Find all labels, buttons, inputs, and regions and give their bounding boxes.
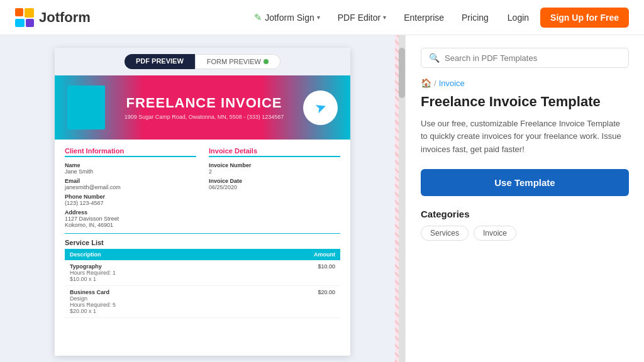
pdf-container: PDF PREVIEW FORM PREVIEW FREELANCE INVOI…	[55, 48, 350, 356]
phone-value: (123) 123-4567	[65, 200, 196, 206]
template-description: Use our free, customizable Freelance Inv…	[421, 118, 629, 156]
email-label: Email	[65, 178, 196, 184]
inv-number-label: Invoice Number	[209, 162, 340, 168]
breadcrumb-home[interactable]: 🏠	[421, 78, 431, 88]
inv-date-label: Invoice Date	[209, 178, 340, 184]
category-tag-services[interactable]: Services	[421, 226, 469, 241]
name-label: Name	[65, 162, 196, 168]
breadcrumb-current[interactable]: Invoice	[439, 79, 465, 88]
address-line1: 1127 Davisson Street	[65, 216, 196, 222]
invoice-details-title: Invoice Details	[209, 147, 340, 157]
service-row-1: Typography Hours Required: 1 $10.00 x 1 …	[65, 260, 340, 286]
client-info-title: Client Information	[65, 147, 196, 157]
chevron-down-icon: ▾	[383, 14, 386, 21]
address-label: Address	[65, 209, 196, 216]
sign-icon: ✎	[254, 12, 262, 23]
service-table: Description Amount Typography Hours Requ…	[65, 249, 340, 318]
paper-plane-icon: ➤	[313, 98, 329, 118]
use-template-button[interactable]: Use Template	[421, 169, 629, 196]
search-icon: 🔍	[429, 53, 440, 63]
tab-form-preview[interactable]: FORM PREVIEW	[195, 54, 280, 69]
main-content: PDF PREVIEW FORM PREVIEW FREELANCE INVOI…	[0, 35, 644, 362]
inv-date-value: 06/25/2020	[209, 184, 340, 190]
service-2-amount: $20.00	[241, 286, 340, 318]
divider	[65, 233, 340, 234]
name-value: Jane Smith	[65, 168, 196, 175]
category-tags: Services Invoice	[421, 226, 629, 241]
breadcrumb-separator: /	[434, 79, 436, 88]
service-1-desc: Typography Hours Required: 1 $10.00 x 1	[65, 260, 241, 286]
logo[interactable]: Jotform	[15, 8, 91, 27]
search-input[interactable]	[445, 53, 621, 63]
invoice-title-area: FREELANCE INVOICE 1909 Sugar Camp Road, …	[105, 95, 303, 120]
scroll-bar[interactable]	[399, 35, 405, 362]
invoice-details-col: Invoice Number 2 Invoice Date 06/25/2020	[209, 162, 340, 228]
form-preview-dot	[264, 59, 269, 64]
invoice-header: FREELANCE INVOICE 1909 Sugar Camp Road, …	[55, 75, 350, 140]
invoice-body: Client Information Invoice Details Name …	[55, 140, 350, 326]
invoice-title: FREELANCE INVOICE	[105, 95, 303, 111]
cyan-block	[67, 85, 105, 129]
breadcrumb: 🏠 / Invoice	[421, 78, 629, 88]
info-grid: Name Jane Smith Email janesmith@email.co…	[65, 162, 340, 228]
section-headers: Client Information Invoice Details	[65, 147, 340, 157]
tab-pdf-preview[interactable]: PDF PREVIEW	[125, 54, 195, 69]
service-1-amount: $10.00	[241, 260, 340, 286]
inv-number-value: 2	[209, 168, 340, 175]
nav-login[interactable]: Login	[499, 9, 538, 26]
template-title: Freelance Invoice Template	[421, 93, 629, 111]
main-nav: ✎ Jotform Sign ▾ PDF Editor ▾ Enterprise…	[247, 8, 629, 28]
signup-button[interactable]: Sign Up for Free	[540, 8, 629, 28]
pdf-tabs: PDF PREVIEW FORM PREVIEW	[55, 48, 350, 75]
amount-header: Amount	[241, 249, 340, 260]
search-box: 🔍	[421, 48, 629, 68]
nav-jotform-sign[interactable]: ✎ Jotform Sign ▾	[247, 8, 328, 27]
service-table-header: Description Amount	[65, 249, 340, 260]
invoice-address: 1909 Sugar Camp Road, Owatonna, MN, 5508…	[105, 114, 303, 120]
invoice-logo-circle: ➤	[303, 90, 338, 125]
nav-enterprise[interactable]: Enterprise	[396, 9, 452, 26]
service-2-desc: Business Card Design Hours Required: 5 $…	[65, 286, 241, 318]
description-header: Description	[65, 249, 241, 260]
jotform-logo-icon	[15, 8, 34, 27]
scroll-thumb[interactable]	[399, 48, 405, 98]
categories-title: Categories	[421, 209, 629, 219]
address-line2: Kokomo, IN, 46901	[65, 222, 196, 228]
svg-rect-2	[15, 19, 25, 27]
svg-rect-1	[25, 8, 34, 18]
category-tag-invoice[interactable]: Invoice	[474, 226, 516, 241]
client-info-col: Name Jane Smith Email janesmith@email.co…	[65, 162, 196, 228]
nav-pricing[interactable]: Pricing	[454, 9, 496, 26]
chevron-down-icon: ▾	[317, 14, 320, 21]
service-list-title: Service List	[65, 239, 340, 246]
phone-label: Phone Number	[65, 194, 196, 200]
right-panel: 🔍 🏠 / Invoice Freelance Invoice Template…	[405, 35, 644, 362]
service-row-2: Business Card Design Hours Required: 5 $…	[65, 286, 340, 318]
svg-rect-0	[15, 8, 23, 16]
email-value: janesmith@email.com	[65, 184, 196, 190]
logo-text: Jotform	[39, 9, 91, 26]
left-panel: PDF PREVIEW FORM PREVIEW FREELANCE INVOI…	[0, 35, 405, 362]
nav-pdf-editor[interactable]: PDF Editor ▾	[330, 9, 394, 26]
svg-rect-3	[26, 19, 34, 27]
header: Jotform ✎ Jotform Sign ▾ PDF Editor ▾ En…	[0, 0, 644, 35]
